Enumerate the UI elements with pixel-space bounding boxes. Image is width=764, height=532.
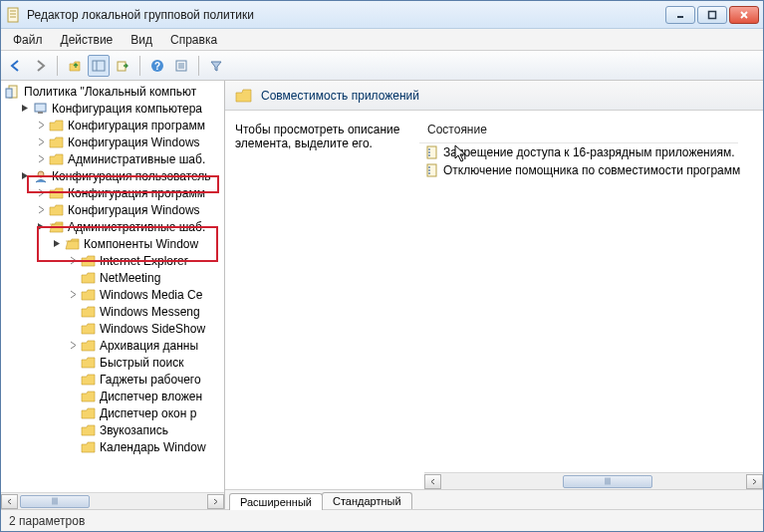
- svg-point-23: [428, 148, 430, 150]
- tree-label: Windows Media Ce: [100, 288, 202, 302]
- tree-pane: Политика "Локальный компьют Конфигурация…: [1, 81, 225, 509]
- expander-closed-icon[interactable]: [67, 340, 79, 352]
- back-button[interactable]: [5, 55, 27, 77]
- expander-open-icon[interactable]: [51, 238, 63, 250]
- svg-text:?: ?: [154, 61, 160, 72]
- tree-item[interactable]: Диспетчер окон р: [1, 404, 224, 421]
- tab-standard[interactable]: Стандартный: [322, 492, 412, 509]
- tree-label: Конфигурация пользователь: [52, 169, 211, 183]
- menu-help[interactable]: Справка: [162, 31, 225, 49]
- menu-file[interactable]: Файл: [5, 31, 51, 49]
- filter-button[interactable]: [205, 55, 227, 77]
- tree-item-root[interactable]: Политика "Локальный компьют: [1, 83, 224, 100]
- tree-label: Конфигурация Windows: [68, 135, 200, 149]
- detail-header: Совместимость приложений: [225, 81, 763, 111]
- show-tree-button[interactable]: [88, 55, 110, 77]
- tab-extended[interactable]: Расширенный: [229, 493, 323, 510]
- expander-open-icon[interactable]: [19, 103, 31, 115]
- tree-label: Быстрый поиск: [100, 356, 183, 370]
- tree-item[interactable]: Конфигурация программ: [1, 117, 224, 133]
- tree-item-windows-components[interactable]: Компоненты Window: [1, 235, 224, 252]
- svg-rect-8: [93, 61, 105, 71]
- forward-button[interactable]: [29, 55, 51, 77]
- folder-icon: [81, 254, 97, 268]
- scroll-track[interactable]: [441, 474, 746, 489]
- tree-item[interactable]: Календарь Window: [1, 438, 224, 455]
- list-item-label: Отключение помощника по совместимости пр…: [443, 163, 740, 177]
- tree-item[interactable]: Windows Media Ce: [1, 286, 224, 303]
- tree-item[interactable]: Архивация данны: [1, 337, 224, 354]
- up-button[interactable]: [64, 55, 86, 77]
- folder-icon: [49, 119, 65, 133]
- tree-item[interactable]: Конфигурация Windows: [1, 201, 224, 218]
- policy-tree[interactable]: Политика "Локальный компьют Конфигурация…: [1, 81, 224, 492]
- expander-closed-icon[interactable]: [35, 187, 47, 199]
- export-button[interactable]: [112, 55, 133, 77]
- app-icon: [5, 7, 21, 23]
- scroll-left-icon[interactable]: [424, 474, 441, 489]
- list-item[interactable]: Запрещение доступа к 16-разрядным прилож…: [419, 143, 763, 161]
- tree-item-admin-templates[interactable]: Административные шаб.: [1, 218, 224, 235]
- tree-label: Диспетчер окон р: [100, 406, 196, 420]
- tree-label: Windows SideShow: [100, 322, 205, 336]
- setting-icon: [425, 145, 439, 159]
- tree-item[interactable]: Звукозапись: [1, 421, 224, 438]
- scroll-left-icon[interactable]: [1, 494, 18, 509]
- list-item[interactable]: Отключение помощника по совместимости пр…: [419, 161, 763, 179]
- tree-item-computer-config[interactable]: Конфигурация компьютера: [1, 100, 224, 117]
- expander-closed-icon[interactable]: [35, 153, 47, 165]
- expander-open-icon[interactable]: [19, 170, 31, 182]
- titlebar: Редактор локальной групповой политики: [1, 1, 763, 29]
- scroll-right-icon[interactable]: [207, 494, 224, 509]
- scroll-right-icon[interactable]: [746, 474, 763, 489]
- tree-label: Конфигурация Windows: [68, 203, 200, 217]
- tree-label: Компоненты Window: [84, 237, 198, 251]
- tree-label: Конфигурация компьютера: [52, 102, 202, 116]
- toolbar-separator: [57, 56, 58, 76]
- expander-closed-icon[interactable]: [35, 136, 47, 148]
- maximize-button[interactable]: [697, 6, 727, 24]
- tree-h-scrollbar[interactable]: [1, 492, 224, 509]
- folder-icon: [81, 305, 97, 319]
- tree-label: Windows Messeng: [100, 305, 200, 319]
- scroll-thumb[interactable]: [20, 495, 90, 508]
- folder-icon: [81, 440, 97, 454]
- tree-item[interactable]: Административные шаб.: [1, 150, 224, 167]
- tree-item[interactable]: Internet Explorer: [1, 252, 224, 269]
- tree-item[interactable]: Конфигурация программ: [1, 184, 224, 201]
- tree-item[interactable]: Быстрый поиск: [1, 354, 224, 371]
- tree-label: Internet Explorer: [100, 254, 188, 268]
- svg-point-28: [428, 169, 430, 171]
- detail-h-scrollbar[interactable]: [424, 472, 763, 489]
- folder-icon: [235, 88, 253, 104]
- svg-rect-19: [35, 104, 46, 112]
- window: Редактор локальной групповой политики Фа…: [0, 0, 764, 532]
- tree-item[interactable]: Гаджеты рабочего: [1, 371, 224, 388]
- expander-closed-icon[interactable]: [35, 204, 47, 216]
- close-button[interactable]: [729, 6, 759, 24]
- expander-closed-icon[interactable]: [67, 289, 79, 301]
- folder-icon: [49, 186, 65, 200]
- expander-open-icon[interactable]: [35, 221, 47, 233]
- folder-icon: [49, 203, 65, 217]
- scroll-thumb[interactable]: [563, 475, 652, 488]
- tree-item[interactable]: Конфигурация Windows: [1, 133, 224, 150]
- column-header-state[interactable]: Состояние: [419, 123, 738, 143]
- expander-closed-icon[interactable]: [67, 255, 79, 267]
- properties-button[interactable]: [170, 55, 192, 77]
- tree-item-user-config[interactable]: Конфигурация пользователь: [1, 167, 224, 184]
- tree-item[interactable]: NetMeeting: [1, 269, 224, 286]
- tree-item[interactable]: Windows SideShow: [1, 320, 224, 337]
- scroll-track[interactable]: [18, 494, 207, 509]
- tree-label: Политика "Локальный компьют: [24, 85, 196, 99]
- tree-item[interactable]: Windows Messeng: [1, 303, 224, 320]
- menu-action[interactable]: Действие: [53, 31, 122, 49]
- menu-view[interactable]: Вид: [123, 31, 160, 49]
- tree-item[interactable]: Диспетчер вложен: [1, 388, 224, 404]
- minimize-button[interactable]: [665, 6, 695, 24]
- folder-icon: [49, 135, 65, 149]
- help-button[interactable]: ?: [146, 55, 168, 77]
- folder-open-icon: [65, 237, 81, 251]
- expander-closed-icon[interactable]: [35, 120, 47, 132]
- svg-point-21: [38, 171, 44, 177]
